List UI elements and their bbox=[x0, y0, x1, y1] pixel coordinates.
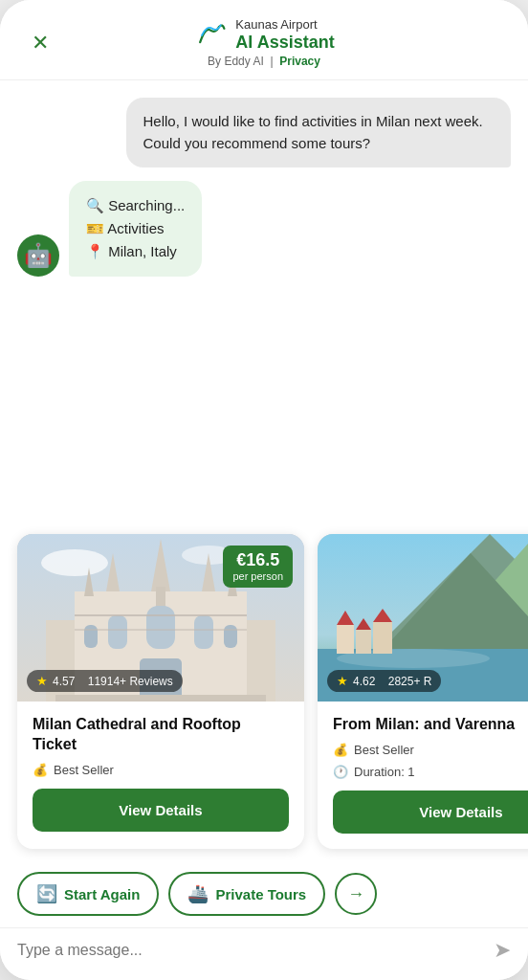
send-icon: ➤ bbox=[494, 938, 511, 963]
start-again-label: Start Again bbox=[64, 886, 140, 902]
review-badge-2: ★ 4.62 2825+ R bbox=[327, 670, 441, 692]
action-buttons: 🔄 Start Again 🚢 Private Tours → bbox=[0, 862, 528, 927]
svg-rect-12 bbox=[108, 615, 127, 649]
card-1-tag-icon: 💰 bbox=[33, 763, 48, 777]
privacy-link[interactable]: Privacy bbox=[279, 55, 320, 68]
kaunas-logo-icon bbox=[193, 18, 228, 53]
activities-line: 🎫 Activities bbox=[86, 217, 185, 240]
bot-message-row: 🤖 🔍 Searching... 🎫 Activities 📍 Milan, I… bbox=[17, 181, 511, 277]
card-2-tag-label: Best Seller bbox=[354, 743, 414, 757]
next-arrow-button[interactable]: → bbox=[335, 873, 377, 915]
cards-scroll-area[interactable]: €16.5 per person ★ 4.57 11914+ Reviews M… bbox=[0, 524, 528, 862]
searching-line: 🔍 Searching... bbox=[86, 194, 185, 217]
message-input[interactable] bbox=[17, 942, 484, 959]
robot-icon: 🤖 bbox=[24, 242, 53, 269]
bot-bubble: 🔍 Searching... 🎫 Activities 📍 Milan, Ita… bbox=[69, 181, 202, 277]
svg-rect-11 bbox=[146, 606, 175, 649]
card-2-tag-icon: 💰 bbox=[333, 743, 348, 757]
price-value: €16.5 bbox=[236, 550, 279, 569]
rating-1: 4.57 bbox=[53, 675, 75, 688]
card-2-tag2: 🕐 Duration: 1 bbox=[333, 765, 528, 779]
star-icon-2: ★ bbox=[337, 674, 348, 688]
card-2: → ★ 4.62 2825+ R From Milan: and Varenna… bbox=[318, 534, 528, 849]
svg-rect-27 bbox=[356, 630, 371, 654]
location-line: 📍 Milan, Italy bbox=[86, 240, 185, 263]
svg-rect-14 bbox=[84, 625, 98, 648]
view-details-button-1[interactable]: View Details bbox=[33, 789, 289, 832]
phone-container: ✕ Kaunas Airport AI Assistant By Eddy AI… bbox=[0, 0, 528, 980]
svg-rect-13 bbox=[194, 615, 213, 649]
message-input-area: ➤ bbox=[0, 927, 528, 980]
price-badge: €16.5 per person bbox=[223, 546, 293, 588]
close-icon: ✕ bbox=[32, 31, 49, 56]
svg-rect-15 bbox=[224, 625, 237, 648]
card-2-image: → ★ 4.62 2825+ R bbox=[318, 534, 528, 702]
reviews-2: 2825+ R bbox=[388, 675, 432, 688]
next-arrow-icon: → bbox=[347, 884, 364, 904]
start-again-icon: 🔄 bbox=[36, 883, 57, 904]
view-details-button-2[interactable]: View Details bbox=[333, 791, 528, 834]
svg-rect-26 bbox=[337, 625, 354, 654]
header: ✕ Kaunas Airport AI Assistant By Eddy AI… bbox=[0, 0, 528, 80]
card-2-tag2-icon: 🕐 bbox=[333, 765, 348, 779]
card-1-body: Milan Cathedral and Rooftop Ticket 💰 Bes… bbox=[17, 702, 304, 847]
card-2-body: From Milan: and Varenna 💰 Best Seller 🕐 … bbox=[318, 702, 528, 849]
svg-rect-28 bbox=[373, 622, 392, 654]
review-badge-1: ★ 4.57 11914+ Reviews bbox=[27, 670, 183, 692]
private-tours-button[interactable]: 🚢 Private Tours bbox=[168, 872, 325, 916]
bot-avatar: 🤖 bbox=[17, 234, 59, 277]
private-tours-label: Private Tours bbox=[215, 886, 306, 902]
card-1-title: Milan Cathedral and Rooftop Ticket bbox=[33, 715, 289, 755]
send-button[interactable]: ➤ bbox=[494, 938, 511, 963]
card-2-tag2-label: Duration: 1 bbox=[354, 765, 415, 779]
per-person-label: per person bbox=[232, 570, 283, 582]
airport-name: Kaunas Airport bbox=[235, 17, 334, 33]
card-1: €16.5 per person ★ 4.57 11914+ Reviews M… bbox=[17, 534, 304, 849]
header-title-block: Kaunas Airport AI Assistant bbox=[235, 17, 334, 53]
svg-point-1 bbox=[41, 549, 108, 576]
location-text: 📍 Milan, Italy bbox=[86, 240, 177, 263]
activities-text: 🎫 Activities bbox=[86, 217, 165, 240]
reviews-1: 11914+ Reviews bbox=[88, 675, 173, 688]
card-1-tag-label: Best Seller bbox=[54, 763, 114, 777]
header-sub: By Eddy AI | Privacy bbox=[208, 55, 320, 68]
by-label: By Eddy AI bbox=[208, 55, 264, 68]
assistant-label: AI Assistant bbox=[235, 33, 334, 54]
card-1-tag: 💰 Best Seller bbox=[33, 763, 289, 777]
svg-rect-19 bbox=[55, 695, 266, 702]
header-center: Kaunas Airport AI Assistant By Eddy AI |… bbox=[193, 17, 334, 68]
start-again-button[interactable]: 🔄 Start Again bbox=[17, 872, 159, 916]
close-button[interactable]: ✕ bbox=[23, 26, 57, 60]
card-2-title: From Milan: and Varenna bbox=[333, 715, 528, 735]
rating-2: 4.62 bbox=[353, 675, 375, 688]
user-message: Hello, I would like to find activities i… bbox=[126, 98, 511, 167]
card-2-tag: 💰 Best Seller bbox=[333, 743, 528, 757]
card-1-image: €16.5 per person ★ 4.57 11914+ Reviews bbox=[17, 534, 304, 702]
chat-area: Hello, I would like to find activities i… bbox=[0, 80, 528, 524]
searching-text: 🔍 Searching... bbox=[86, 194, 185, 217]
logo-row: Kaunas Airport AI Assistant bbox=[193, 17, 334, 53]
star-icon-1: ★ bbox=[36, 674, 48, 688]
private-tours-icon: 🚢 bbox=[187, 883, 209, 904]
